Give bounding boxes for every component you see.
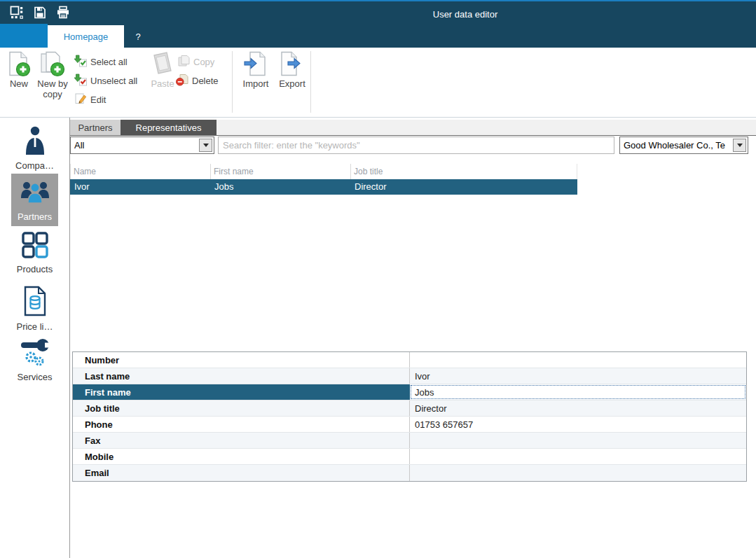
new-by-copy-button[interactable]: New by copy bbox=[34, 51, 71, 99]
tab-help[interactable]: ? bbox=[124, 25, 152, 48]
import-button[interactable]: Import bbox=[238, 51, 273, 89]
window-title: User data editor bbox=[433, 9, 498, 20]
select-all-label: Select all bbox=[90, 57, 128, 67]
copy-button-disabled: Copy bbox=[177, 55, 214, 69]
chevron-down-icon[interactable] bbox=[199, 139, 212, 152]
titlebar-accent-line bbox=[0, 0, 756, 1]
app-icon[interactable] bbox=[10, 6, 24, 20]
paste-clipboard-icon bbox=[150, 51, 175, 78]
form-value[interactable] bbox=[410, 449, 746, 464]
form-label: Fax bbox=[73, 433, 410, 448]
export-label: Export bbox=[279, 78, 305, 89]
import-icon bbox=[243, 51, 268, 78]
company-dropdown-value: Good Wholesaler Co., Te bbox=[624, 140, 741, 151]
save-icon[interactable] bbox=[33, 6, 47, 20]
copy-icon bbox=[177, 55, 190, 69]
unselect-all-label: Unselect all bbox=[90, 76, 137, 86]
filter-category-dropdown[interactable]: All bbox=[70, 137, 214, 154]
price-list-icon bbox=[22, 286, 48, 319]
form-row-first-name-selected: First name Jobs bbox=[73, 384, 746, 400]
form-label: Email bbox=[73, 465, 410, 481]
unselect-all-button[interactable]: Unselect all bbox=[74, 74, 137, 88]
column-header-first-name[interactable]: First name bbox=[211, 164, 351, 179]
export-icon bbox=[280, 51, 305, 78]
new-button[interactable]: New bbox=[4, 51, 34, 89]
new-by-copy-icon bbox=[39, 51, 67, 78]
select-all-icon bbox=[74, 55, 87, 69]
form-row-number: Number bbox=[73, 352, 746, 368]
content-panel: Partners Representatives All Good Wholes… bbox=[70, 118, 756, 558]
file-tab[interactable] bbox=[0, 24, 48, 48]
import-label: Import bbox=[243, 78, 269, 89]
filter-category-value: All bbox=[74, 140, 99, 151]
print-icon[interactable] bbox=[56, 6, 70, 20]
form-label: Number bbox=[73, 352, 410, 368]
products-icon bbox=[21, 231, 49, 261]
sidebar-item-label: Compa… bbox=[15, 160, 54, 171]
form-value[interactable] bbox=[410, 465, 746, 481]
form-value[interactable]: Ivor bbox=[410, 368, 746, 384]
company-dropdown[interactable]: Good Wholesaler Co., Te bbox=[619, 137, 748, 154]
user-data-editor-window: User data editor Homepage ? New bbox=[0, 0, 756, 558]
form-row-email: Email bbox=[73, 465, 746, 481]
ribbon-group-separator bbox=[232, 51, 233, 113]
new-document-icon bbox=[6, 51, 32, 78]
form-value[interactable] bbox=[410, 352, 746, 368]
form-label: Job title bbox=[73, 400, 410, 416]
form-row-phone: Phone 01753 657657 bbox=[73, 417, 746, 433]
sidebar-item-label: Services bbox=[18, 372, 53, 382]
form-value[interactable] bbox=[410, 433, 746, 448]
edit-button[interactable]: Edit bbox=[74, 92, 106, 106]
tab-partners[interactable]: Partners bbox=[70, 120, 121, 135]
table-row-selected[interactable]: Ivor Jobs Director bbox=[70, 179, 577, 195]
form-row-job-title: Job title Director bbox=[73, 400, 746, 417]
cell-job-title: Director bbox=[350, 179, 577, 195]
edit-pencil-icon bbox=[74, 92, 87, 107]
form-label: First name bbox=[73, 384, 410, 400]
sidebar-item-partners-selected[interactable]: Partners bbox=[11, 174, 58, 226]
partners-icon bbox=[20, 179, 50, 209]
ribbon: New New by copy bbox=[0, 48, 756, 118]
column-header-job-title[interactable]: Job title bbox=[351, 164, 577, 179]
form-label: Last name bbox=[73, 368, 410, 384]
tab-representatives[interactable]: Representatives bbox=[121, 120, 217, 135]
export-button[interactable]: Export bbox=[275, 51, 310, 89]
services-icon bbox=[20, 336, 50, 369]
form-value[interactable]: 01753 657657 bbox=[410, 417, 746, 432]
delete-icon bbox=[176, 74, 188, 88]
form-label: Mobile bbox=[73, 449, 410, 464]
paste-label: Paste bbox=[151, 78, 174, 89]
sidebar-item-services[interactable]: Services bbox=[0, 336, 69, 382]
column-header-name[interactable]: Name bbox=[71, 164, 211, 179]
delete-button[interactable]: Delete bbox=[176, 74, 219, 88]
search-input[interactable] bbox=[218, 137, 614, 154]
sidebar-item-label: Partners bbox=[18, 211, 52, 222]
cell-name: Ivor bbox=[70, 179, 210, 195]
sidebar-item-products[interactable]: Products bbox=[0, 231, 69, 274]
form-value-focused[interactable]: Jobs bbox=[410, 384, 746, 400]
new-button-label: New bbox=[10, 78, 28, 89]
edit-label: Edit bbox=[90, 95, 106, 105]
chevron-down-icon[interactable] bbox=[733, 139, 746, 152]
copy-label: Copy bbox=[193, 57, 214, 67]
unselect-all-icon bbox=[74, 74, 87, 88]
form-label: Phone bbox=[73, 417, 410, 432]
delete-label: Delete bbox=[192, 76, 219, 86]
sidebar-item-company[interactable]: Compa… bbox=[0, 126, 69, 171]
paste-button-disabled: Paste bbox=[146, 51, 179, 89]
sidebar-item-label: Price li… bbox=[16, 321, 53, 332]
ribbon-group-separator bbox=[310, 51, 311, 113]
form-value[interactable]: Director bbox=[410, 400, 746, 416]
sidebar-item-label: Products bbox=[17, 264, 53, 274]
select-all-button[interactable]: Select all bbox=[74, 55, 128, 69]
form-row-last-name: Last name Ivor bbox=[73, 368, 746, 384]
form-row-mobile: Mobile bbox=[73, 449, 746, 465]
detail-form: Number Last name Ivor First name Jobs Jo… bbox=[72, 351, 747, 482]
new-by-copy-button-label: New by copy bbox=[34, 78, 71, 99]
tab-homepage[interactable]: Homepage bbox=[48, 25, 124, 48]
sidebar-item-price-list[interactable]: Price li… bbox=[0, 286, 69, 332]
form-row-fax: Fax bbox=[73, 433, 746, 449]
content-tab-strip: Partners Representatives bbox=[70, 120, 756, 136]
sidebar: Compa… Partners bbox=[0, 118, 70, 558]
cell-first-name: Jobs bbox=[210, 179, 350, 195]
